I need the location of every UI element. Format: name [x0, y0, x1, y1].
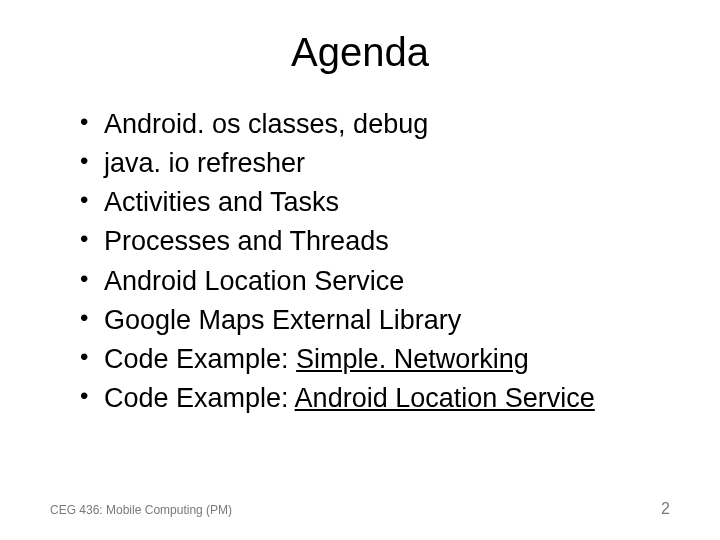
list-item: Code Example: Simple. Networking: [80, 340, 670, 379]
item-text: Android Location Service: [104, 266, 404, 296]
footer-course: CEG 436: Mobile Computing (PM): [50, 503, 232, 517]
list-item: Google Maps External Library: [80, 301, 670, 340]
list-item: Code Example: Android Location Service: [80, 379, 670, 418]
list-item: Activities and Tasks: [80, 183, 670, 222]
slide: Agenda Android. os classes, debug java. …: [0, 0, 720, 540]
content-area: Android. os classes, debug java. io refr…: [50, 105, 670, 418]
page-title: Agenda: [50, 30, 670, 75]
item-text: Google Maps External Library: [104, 305, 461, 335]
item-text: java. io refresher: [104, 148, 305, 178]
item-text: Processes and Threads: [104, 226, 389, 256]
item-text: Code Example:: [104, 344, 296, 374]
footer: CEG 436: Mobile Computing (PM) 2: [50, 500, 670, 518]
list-item: Android Location Service: [80, 262, 670, 301]
list-item: java. io refresher: [80, 144, 670, 183]
agenda-list: Android. os classes, debug java. io refr…: [80, 105, 670, 418]
item-link[interactable]: Android Location Service: [295, 383, 595, 413]
item-text: Code Example:: [104, 383, 295, 413]
list-item: Processes and Threads: [80, 222, 670, 261]
item-link[interactable]: Simple. Networking: [296, 344, 529, 374]
list-item: Android. os classes, debug: [80, 105, 670, 144]
page-number: 2: [661, 500, 670, 518]
item-text: Android. os classes, debug: [104, 109, 428, 139]
item-text: Activities and Tasks: [104, 187, 339, 217]
